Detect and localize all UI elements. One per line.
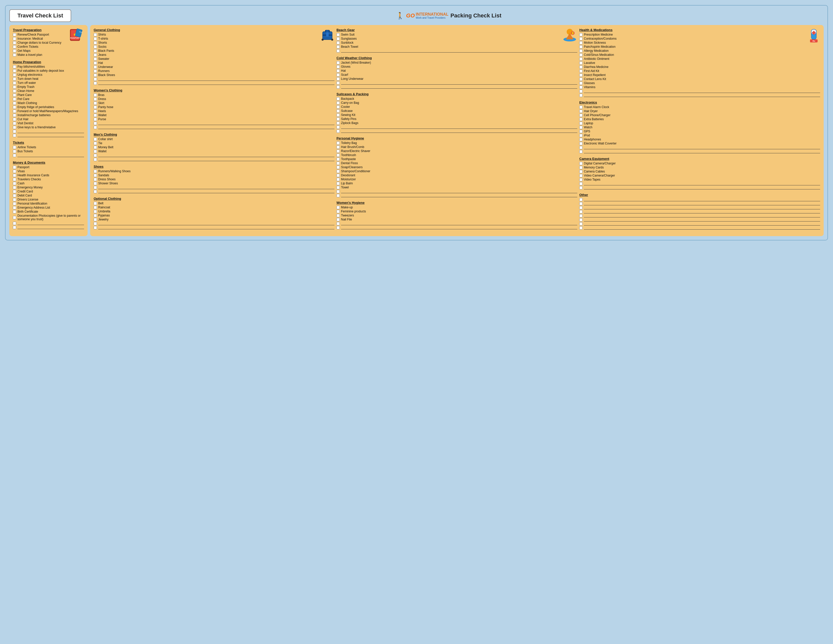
checkbox-mens-clothing-1[interactable] xyxy=(94,142,97,145)
check-item[interactable]: Jacket (Wind Breaker) xyxy=(336,61,577,64)
blank-checkbox[interactable] xyxy=(579,206,582,209)
checkbox-travel-preparation-1[interactable] xyxy=(13,37,16,40)
check-item[interactable]: Diarrhea Medicine xyxy=(579,65,820,69)
checkbox-general-clothing-7[interactable] xyxy=(94,61,97,64)
check-item[interactable]: Shampoo/Conditioner xyxy=(336,169,577,173)
blank-checkbox[interactable] xyxy=(336,49,340,53)
check-item[interactable]: Electronic Watt Coverter xyxy=(579,142,820,145)
check-item[interactable]: Sandals xyxy=(94,174,334,177)
checkbox-money-documents-2[interactable] xyxy=(13,174,16,177)
checkbox-money-documents-7[interactable] xyxy=(13,194,16,197)
checkbox-womens-hygiene-3[interactable] xyxy=(336,218,340,221)
checkbox-home-preparation-5[interactable] xyxy=(13,85,16,89)
checkbox-general-clothing-5[interactable] xyxy=(94,53,97,56)
check-item[interactable]: Heels xyxy=(94,109,334,113)
checkbox-camera-equipment-4[interactable] xyxy=(579,178,582,181)
check-item[interactable]: Laxative xyxy=(579,61,820,64)
checkbox-health-medications-4[interactable] xyxy=(579,49,582,53)
checkbox-home-preparation-7[interactable] xyxy=(13,93,16,97)
blank-line[interactable] xyxy=(94,126,334,129)
blank-line[interactable] xyxy=(94,186,334,189)
checkbox-womens-clothing-5[interactable] xyxy=(94,114,97,117)
check-item[interactable]: Digital Camera/Charger xyxy=(579,162,820,165)
check-item[interactable]: Make a travel plan xyxy=(13,53,84,56)
check-item[interactable]: Dress xyxy=(94,97,334,101)
checkbox-personal-hygiene-1[interactable] xyxy=(336,145,340,149)
blank-line[interactable] xyxy=(579,210,820,213)
check-item[interactable]: Gloves xyxy=(336,65,577,68)
blank-checkbox[interactable] xyxy=(336,222,340,225)
check-item[interactable]: Safety Pins xyxy=(336,117,577,121)
checkbox-travel-preparation-2[interactable] xyxy=(13,41,16,45)
checkbox-health-medications-10[interactable] xyxy=(579,74,582,77)
checkbox-camera-equipment-2[interactable] xyxy=(579,170,582,173)
blank-checkbox[interactable] xyxy=(579,182,582,185)
checkbox-optional-clothing-0[interactable] xyxy=(94,202,97,205)
check-item[interactable]: Pet Care xyxy=(13,97,84,101)
checkbox-general-clothing-3[interactable] xyxy=(94,45,97,48)
checkbox-health-medications-3[interactable] xyxy=(579,45,582,48)
check-item[interactable]: Toothpaste xyxy=(336,157,577,161)
checkbox-mens-clothing-0[interactable] xyxy=(94,138,97,141)
blank-checkbox[interactable] xyxy=(579,150,582,153)
checkbox-money-documents-1[interactable] xyxy=(13,170,16,173)
checkbox-shoes-2[interactable] xyxy=(94,178,97,181)
blank-line[interactable] xyxy=(336,85,577,89)
blank-checkbox[interactable] xyxy=(579,214,582,217)
check-item[interactable]: Wallet xyxy=(94,150,334,153)
check-item[interactable]: Feminine products xyxy=(336,209,577,213)
blank-checkbox[interactable] xyxy=(336,130,340,133)
check-item[interactable]: Birth Certificate xyxy=(13,210,84,213)
check-item[interactable]: Towel xyxy=(336,186,577,189)
blank-checkbox[interactable] xyxy=(336,126,340,129)
checkbox-personal-hygiene-6[interactable] xyxy=(336,166,340,169)
blank-line[interactable] xyxy=(13,222,84,225)
check-item[interactable]: Personal Identification xyxy=(13,202,84,205)
checkbox-money-documents-5[interactable] xyxy=(13,186,16,189)
check-item[interactable]: Swim Suit xyxy=(336,33,561,36)
checkbox-money-documents-8[interactable] xyxy=(13,198,16,201)
checkbox-health-medications-7[interactable] xyxy=(579,61,582,64)
blank-line[interactable] xyxy=(94,81,334,85)
check-item[interactable]: Jewelry xyxy=(94,218,334,221)
checkbox-womens-clothing-0[interactable] xyxy=(94,93,97,97)
check-item[interactable]: Soap/Cleansers xyxy=(336,166,577,169)
checkbox-cold-weather-clothing-0[interactable] xyxy=(336,61,340,64)
checkbox-home-preparation-3[interactable] xyxy=(13,77,16,80)
blank-checkbox[interactable] xyxy=(579,226,582,230)
checkbox-camera-equipment-0[interactable] xyxy=(579,162,582,165)
check-item[interactable]: Bus Tickets xyxy=(13,150,84,153)
check-item[interactable]: Ziplock Bags xyxy=(336,121,577,125)
checkbox-travel-preparation-5[interactable] xyxy=(13,53,16,56)
check-item[interactable]: Sunglasses xyxy=(336,37,561,40)
check-item[interactable]: Give keys to a friend/relative xyxy=(13,126,84,129)
check-item[interactable]: Cut Hair xyxy=(13,118,84,121)
checkbox-cold-weather-clothing-1[interactable] xyxy=(336,65,340,68)
check-item[interactable]: Plant Care xyxy=(13,93,84,97)
checkbox-optional-clothing-2[interactable] xyxy=(94,210,97,213)
blank-checkbox[interactable] xyxy=(579,222,582,225)
checkbox-suitcases-packing-3[interactable] xyxy=(336,109,340,113)
blank-line[interactable] xyxy=(94,158,334,161)
blank-checkbox[interactable] xyxy=(13,222,16,225)
check-item[interactable]: Insect Repellent xyxy=(579,73,820,77)
check-item[interactable]: Razor/Electric Shaver xyxy=(336,149,577,153)
checkbox-health-medications-11[interactable] xyxy=(579,77,582,81)
checkbox-suitcases-packing-1[interactable] xyxy=(336,101,340,105)
blank-checkbox[interactable] xyxy=(94,226,97,229)
checkbox-electronics-4[interactable] xyxy=(579,122,582,125)
check-item[interactable]: Put valuables in safety deposit box xyxy=(13,69,84,72)
checkbox-money-documents-3[interactable] xyxy=(13,178,16,181)
blank-line[interactable] xyxy=(336,190,577,193)
blank-line[interactable] xyxy=(579,206,820,209)
blank-line[interactable] xyxy=(579,186,820,189)
checkbox-electronics-6[interactable] xyxy=(579,130,582,133)
checkbox-general-clothing-1[interactable] xyxy=(94,37,97,40)
check-item[interactable]: Allergy Medication xyxy=(579,49,820,53)
checkbox-health-medications-1[interactable] xyxy=(579,37,582,40)
check-item[interactable]: Emergency Money xyxy=(13,186,84,189)
check-item[interactable]: Hair Brush/Comb xyxy=(336,145,577,149)
checkbox-suitcases-packing-4[interactable] xyxy=(336,113,340,117)
checkbox-home-preparation-0[interactable] xyxy=(13,65,16,68)
check-item[interactable]: Underwear xyxy=(94,65,334,69)
